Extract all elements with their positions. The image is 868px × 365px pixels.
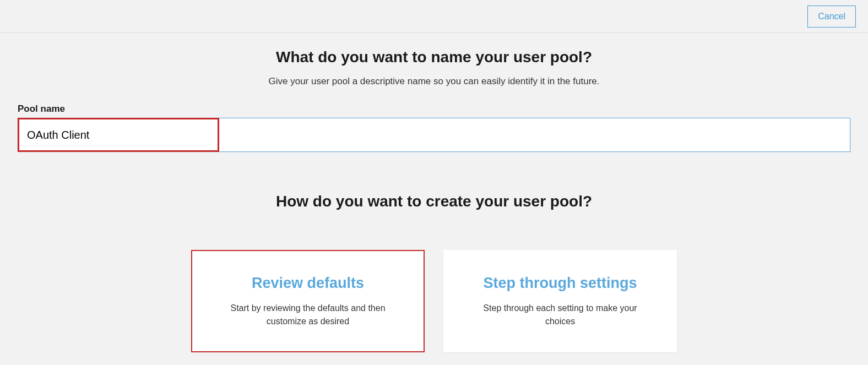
main-content: What do you want to name your user pool?… [0, 33, 868, 352]
step-through-settings-title: Step through settings [484, 275, 637, 292]
cancel-button[interactable]: Cancel [807, 6, 856, 28]
step-through-settings-desc: Step through each setting to make your c… [468, 302, 653, 328]
review-defaults-desc: Start by reviewing the defaults and then… [216, 302, 399, 328]
name-pool-subtext: Give your user pool a descriptive name s… [18, 76, 850, 87]
options-row: Review defaults Start by reviewing the d… [18, 250, 850, 352]
review-defaults-title: Review defaults [252, 275, 364, 292]
create-pool-heading: How do you want to create your user pool… [18, 193, 850, 210]
review-defaults-card[interactable]: Review defaults Start by reviewing the d… [191, 250, 425, 352]
name-pool-heading: What do you want to name your user pool? [18, 48, 850, 66]
pool-name-label: Pool name [18, 103, 850, 115]
step-through-settings-card[interactable]: Step through settings Step through each … [443, 250, 677, 352]
header-bar: Cancel [0, 0, 868, 33]
pool-name-input[interactable] [18, 118, 850, 152]
pool-name-input-wrapper [18, 118, 850, 152]
